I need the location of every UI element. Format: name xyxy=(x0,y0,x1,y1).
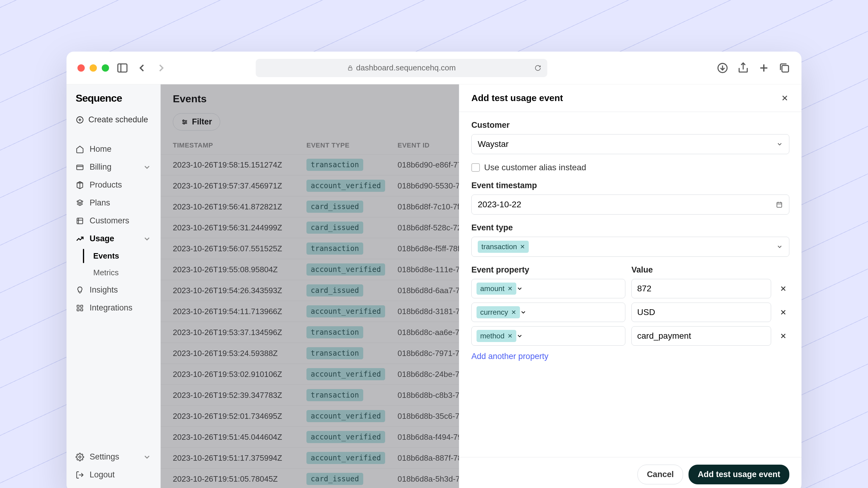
remove-row-icon[interactable] xyxy=(777,306,789,318)
browser-window: dashboard.sequencehq.com Sequence Create… xyxy=(66,52,802,488)
chevron-down-icon xyxy=(516,284,523,293)
panel-title: Add test usage event xyxy=(471,93,563,103)
nav-home[interactable]: Home xyxy=(66,140,160,158)
nav-usage-label: Usage xyxy=(90,234,114,243)
nav-home-label: Home xyxy=(90,144,112,154)
nav-integrations-label: Integrations xyxy=(90,303,132,313)
sidebar: Sequence Create schedule Home Billing Pr… xyxy=(66,85,161,488)
property-value-input[interactable]: card_payment xyxy=(631,326,771,346)
property-label: Event property xyxy=(471,265,625,275)
nav-usage[interactable]: Usage xyxy=(66,230,160,248)
traffic-lights xyxy=(78,64,109,72)
type-chip: transaction✕ xyxy=(478,241,529,253)
customer-label: Customer xyxy=(471,121,789,130)
nav-settings-label: Settings xyxy=(90,452,119,462)
property-value-input[interactable]: USD xyxy=(631,302,771,322)
type-select[interactable]: transaction✕ xyxy=(471,237,789,257)
customers-icon xyxy=(75,217,84,225)
billing-icon xyxy=(75,163,84,171)
home-icon xyxy=(75,145,84,154)
nav-logout-label: Logout xyxy=(90,470,115,480)
create-schedule-button[interactable]: Create schedule xyxy=(66,111,160,128)
property-key-select[interactable]: currency✕ xyxy=(471,302,625,322)
property-key-select[interactable]: amount✕ xyxy=(471,279,625,298)
property-row: currency✕USD xyxy=(471,302,789,322)
address-bar[interactable]: dashboard.sequencehq.com xyxy=(256,59,547,77)
calendar-icon[interactable] xyxy=(776,200,783,209)
customer-select[interactable]: Waystar xyxy=(471,134,789,154)
chip-remove-icon[interactable]: ✕ xyxy=(507,285,513,292)
nav-customers-label: Customers xyxy=(90,216,129,226)
lock-icon xyxy=(347,64,353,72)
remove-row-icon[interactable] xyxy=(777,283,789,295)
property-key-select[interactable]: method✕ xyxy=(471,326,625,346)
alias-checkbox-row[interactable]: Use customer alias instead xyxy=(471,163,789,172)
property-value-input[interactable]: 872 xyxy=(631,279,771,298)
property-chip-text: currency xyxy=(480,308,508,317)
gear-icon xyxy=(75,453,84,461)
nav-plans-label: Plans xyxy=(90,198,110,207)
property-chip-text: method xyxy=(480,332,504,340)
sidebar-toggle-icon[interactable] xyxy=(116,62,128,74)
chip-remove-icon[interactable]: ✕ xyxy=(520,243,525,250)
back-icon[interactable] xyxy=(136,62,148,74)
nav-logout[interactable]: Logout xyxy=(66,466,160,484)
chevron-down-icon xyxy=(143,453,151,461)
nav-integrations[interactable]: Integrations xyxy=(66,299,160,317)
integrations-icon xyxy=(75,304,84,312)
products-icon xyxy=(75,181,84,189)
nav-insights[interactable]: Insights xyxy=(66,281,160,299)
svg-point-20 xyxy=(79,456,81,458)
cancel-button[interactable]: Cancel xyxy=(638,465,683,484)
create-schedule-label: Create schedule xyxy=(88,115,148,124)
nav-metrics[interactable]: Metrics xyxy=(93,264,160,281)
type-label: Event type xyxy=(471,223,789,232)
nav-settings[interactable]: Settings xyxy=(66,448,160,466)
svg-rect-18 xyxy=(77,308,79,311)
close-window-dot[interactable] xyxy=(78,64,85,72)
new-tab-icon[interactable] xyxy=(758,62,770,74)
timestamp-label: Event timestamp xyxy=(471,181,789,190)
download-icon[interactable] xyxy=(716,62,728,74)
nav-insights-label: Insights xyxy=(90,285,118,295)
add-property-link[interactable]: Add another property xyxy=(471,352,549,361)
share-icon[interactable] xyxy=(737,62,749,74)
chevron-down-icon xyxy=(776,242,783,251)
chip-remove-icon[interactable]: ✕ xyxy=(507,332,513,339)
minimize-window-dot[interactable] xyxy=(90,64,97,72)
property-chip-text: amount xyxy=(480,284,504,293)
svg-rect-19 xyxy=(81,308,83,311)
timestamp-input[interactable]: 2023-10-22 xyxy=(471,195,789,215)
svg-rect-2 xyxy=(348,68,352,70)
logo: Sequence xyxy=(66,92,160,111)
svg-rect-12 xyxy=(77,165,83,170)
logout-icon xyxy=(75,471,84,479)
timestamp-value: 2023-10-22 xyxy=(478,200,521,209)
nav-billing[interactable]: Billing xyxy=(66,158,160,176)
tabs-icon[interactable] xyxy=(778,62,790,74)
browser-chrome: dashboard.sequencehq.com xyxy=(66,52,802,85)
property-chip: amount✕ xyxy=(476,283,516,295)
nav-products[interactable]: Products xyxy=(66,176,160,194)
plans-icon xyxy=(75,199,84,207)
forward-icon[interactable] xyxy=(155,62,167,74)
usage-icon xyxy=(75,235,84,243)
nav-plans[interactable]: Plans xyxy=(66,194,160,212)
svg-rect-17 xyxy=(81,305,83,307)
nav-customers[interactable]: Customers xyxy=(66,212,160,230)
refresh-icon[interactable] xyxy=(534,64,541,72)
chip-remove-icon[interactable]: ✕ xyxy=(511,308,516,316)
customer-value: Waystar xyxy=(478,139,509,149)
maximize-window-dot[interactable] xyxy=(102,64,109,72)
alias-checkbox[interactable] xyxy=(471,163,480,172)
remove-row-icon[interactable] xyxy=(777,330,789,342)
main-content: Events Filter TIMESTAMP EVENT TYPE EVENT… xyxy=(161,85,802,488)
svg-rect-30 xyxy=(777,202,782,207)
submit-button[interactable]: Add test usage event xyxy=(688,465,789,484)
nav-billing-label: Billing xyxy=(90,162,112,172)
close-icon[interactable] xyxy=(780,94,789,102)
nav-events[interactable]: Events xyxy=(93,248,160,264)
add-event-panel: Add test usage event Customer Waystar Us… xyxy=(459,85,802,488)
chevron-down-icon xyxy=(143,163,151,171)
svg-rect-16 xyxy=(77,305,79,307)
